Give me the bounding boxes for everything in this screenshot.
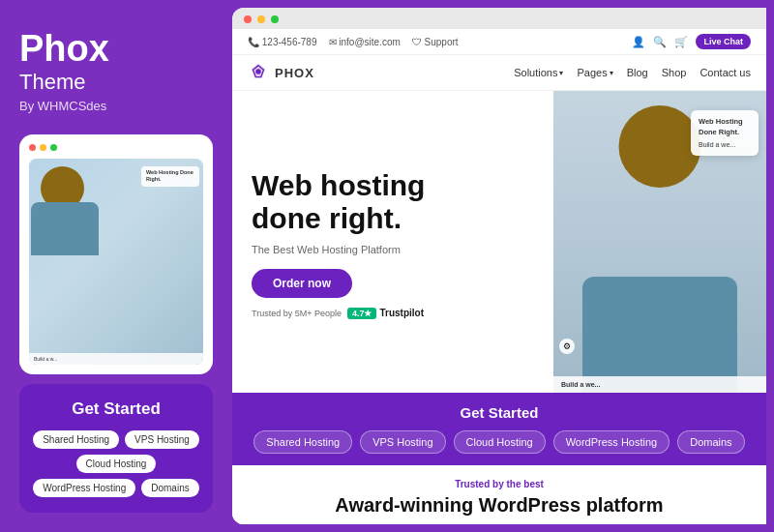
nav-contact[interactable]: Contact us (700, 67, 751, 78)
hero-person-body (582, 277, 737, 393)
nav-blog[interactable]: Blog (627, 67, 648, 78)
hero-overlay-card: Web Hosting Done Right. Build a we... (691, 110, 759, 156)
tag-shared-hosting[interactable]: Shared Hosting (33, 430, 119, 449)
live-chat-button[interactable]: Live Chat (696, 34, 751, 49)
user-icon[interactable]: 👤 (632, 36, 645, 48)
brand-title: Phox (19, 29, 213, 70)
person-body (31, 202, 99, 255)
order-now-button[interactable]: Order now (252, 269, 352, 298)
right-panel: 📞 123-456-789 ✉ info@site.com 🛡 Support … (232, 8, 766, 524)
tp-label: Trustpilot (379, 308, 424, 318)
dot-red (29, 144, 36, 151)
get-started-section-title: Get Started (252, 404, 747, 421)
tp-score: 4.7★ (347, 308, 377, 319)
hero-heading: Web hosting done right. (252, 169, 534, 236)
hosting-tags-container: Shared Hosting VPS Hosting Cloud Hosting… (33, 430, 199, 497)
tag-domains[interactable]: Domains (141, 479, 198, 497)
dot-green (50, 144, 57, 151)
hero-section: Web hosting done right. The Best Web Hos… (232, 91, 766, 393)
hero-overlay-title: Web Hosting Done Right. (699, 116, 751, 138)
browser-dot-green (271, 15, 279, 23)
nav-solutions[interactable]: Solutions ▾ (514, 67, 563, 78)
nav-pages[interactable]: Pages ▾ (577, 67, 612, 78)
browser-chrome (232, 8, 766, 29)
gs-tag-wordpress[interactable]: WordPress Hosting (553, 430, 670, 454)
hero-subtext: The Best Web Hosting Platform (252, 244, 534, 255)
mobile-preview-card: Web Hosting Done Right. Build a w... (19, 134, 213, 374)
top-bar: 📞 123-456-789 ✉ info@site.com 🛡 Support … (232, 29, 766, 55)
get-started-title: Get Started (33, 399, 199, 419)
nav-shop[interactable]: Shop (662, 67, 687, 78)
trustpilot-badge: 4.7★ Trustpilot (347, 308, 424, 319)
hero-right: Web Hosting Done Right. Build a we... ⚙ … (553, 91, 766, 393)
mobile-build-strip: Build a w... (29, 353, 203, 365)
phone-text: 📞 123-456-789 (248, 37, 317, 47)
hero-overlay-body: Build a we... (699, 140, 751, 151)
nav-logo-text: PHOX (275, 66, 314, 80)
cart-icon[interactable]: 🛒 (674, 36, 688, 48)
get-started-tags: Shared Hosting VPS Hosting Cloud Hosting… (252, 430, 747, 454)
tag-wordpress-hosting[interactable]: WordPress Hosting (33, 479, 135, 497)
top-bar-left: 📞 123-456-789 ✉ info@site.com 🛡 Support (248, 37, 459, 47)
hero-left: Web hosting done right. The Best Web Hos… (232, 91, 553, 393)
get-started-section: Get Started Shared Hosting VPS Hosting C… (232, 393, 766, 465)
mobile-text-overlay: Web Hosting Done Right. (141, 166, 199, 187)
award-heading: Award-winning WordPress platform (252, 494, 747, 517)
gs-tag-shared[interactable]: Shared Hosting (253, 430, 352, 454)
email-text: ✉ info@site.com (329, 37, 401, 47)
mobile-person-bg: Web Hosting Done Right. Build a w... (29, 159, 203, 365)
hero-build-strip: Build a we... (553, 376, 766, 393)
top-bar-right: 👤 🔍 🛒 Live Chat (632, 34, 751, 49)
trust-text: Trusted by 5M+ People (252, 309, 342, 318)
mobile-screenshot: Web Hosting Done Right. Build a w... (29, 159, 203, 365)
brand-subtitle: Theme (19, 70, 213, 95)
overlay-title: Web Hosting Done Right. (146, 169, 194, 184)
phox-logo-icon (248, 62, 269, 83)
support-text: 🛡 Support (412, 37, 459, 47)
gs-tag-cloud[interactable]: Cloud Hosting (454, 430, 546, 454)
gear-icon: ⚙ (559, 339, 575, 354)
tag-vps-hosting[interactable]: VPS Hosting (125, 430, 199, 449)
award-section: Trusted by the best Award-winning WordPr… (232, 465, 766, 524)
main-content: 📞 123-456-789 ✉ info@site.com 🛡 Support … (232, 29, 766, 524)
dot-yellow (40, 144, 46, 151)
browser-dot-yellow (257, 15, 265, 23)
search-icon[interactable]: 🔍 (653, 36, 667, 48)
svg-point-2 (255, 69, 261, 74)
mobile-window-dots (29, 144, 203, 151)
gs-tag-vps[interactable]: VPS Hosting (360, 430, 445, 454)
trust-row: Trusted by 5M+ People 4.7★ Trustpilot (252, 308, 534, 319)
nav-links: Solutions ▾ Pages ▾ Blog Shop Contact us (514, 67, 751, 78)
left-panel: Phox Theme By WHMCSdes Web Hosting Done … (0, 0, 232, 532)
tag-cloud-hosting[interactable]: Cloud Hosting (76, 455, 157, 473)
gs-tag-domains[interactable]: Domains (677, 430, 744, 454)
nav-logo: PHOX (248, 62, 314, 83)
nav-bar: PHOX Solutions ▾ Pages ▾ Blog Shop Conta… (232, 55, 766, 91)
get-started-card: Get Started Shared Hosting VPS Hosting C… (19, 384, 213, 513)
brand-by: By WHMCSdes (19, 99, 213, 113)
award-trusted-label: Trusted by the best (252, 479, 747, 489)
hero-person-head (619, 105, 701, 188)
browser-dot-red (244, 15, 252, 23)
